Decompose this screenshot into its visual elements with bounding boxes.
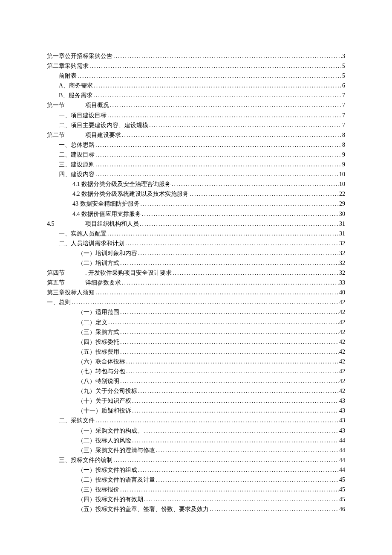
toc-entry-label: 一、总则 <box>47 297 71 307</box>
toc-entry-label: 项目组织机构和人员 <box>85 219 139 229</box>
toc-entry: （三）采购文件的澄清与修改44 <box>47 445 345 455</box>
toc-leader-dots <box>95 150 342 160</box>
toc-entry: （五）投标文件的盖章、签署、份数、要求及效力46 <box>47 504 345 514</box>
toc-entry-label: 项目建设要求 <box>85 130 121 140</box>
toc-entry-label: 四、建设内容 <box>59 169 95 179</box>
toc-page-number: 7 <box>342 90 345 100</box>
toc-entry-label: 二、建设目标 <box>59 150 95 160</box>
toc-page-number: 9 <box>342 150 345 160</box>
toc-entry-label: A、商务需求 <box>59 81 93 90</box>
toc-page-number: 8 <box>342 140 345 150</box>
toc-leader-dots <box>95 140 342 150</box>
toc-leader-dots <box>95 169 339 179</box>
toc-section-prefix: 第四节 <box>47 268 85 278</box>
toc-entry-label: （六）联合体投标 <box>78 357 125 366</box>
toc-leader-dots <box>143 494 339 504</box>
toc-entry: 一、总体思路8 <box>47 140 345 150</box>
toc-entry-label: （二）投标人的风险 <box>78 436 131 445</box>
toc-entry: （一）培训对象和内容32 <box>47 248 345 258</box>
toc-leader-dots <box>119 258 339 268</box>
toc-page-number: 5 <box>342 61 345 71</box>
toc-page-number: 43 <box>339 416 345 425</box>
toc-page-number: 42 <box>339 366 345 376</box>
toc-entry-label: . 开发软件采购项目安全设计要求 <box>85 268 172 278</box>
toc-entry: 第二节项目建设要求8 <box>47 130 345 140</box>
toc-entry: （三）投标报价45 <box>47 485 345 494</box>
toc-page-number: 32 <box>339 258 345 268</box>
toc-page-number: 7 <box>342 100 345 110</box>
toc-entry: 二、采购文件43 <box>47 416 345 425</box>
toc-page-number: 6 <box>342 81 345 90</box>
toc-entry: （九）关于分公司投标42 <box>47 386 345 396</box>
toc-entry: （十一）质疑和投诉43 <box>47 406 345 416</box>
toc-page-number: 7 <box>342 110 345 120</box>
toc-page-number: 44 <box>339 455 345 465</box>
toc-entry: 一、实施人员配置31 <box>47 229 345 238</box>
toc-entry-label: 详细参数要求 <box>85 278 121 288</box>
toc-entry: （三）采购方式42 <box>47 327 345 337</box>
toc-leader-dots <box>139 219 339 229</box>
toc-page-number: 30 <box>339 209 345 219</box>
toc-entry-label: （十一）质疑和投诉 <box>78 406 131 416</box>
toc-page-number: 43 <box>339 396 345 406</box>
toc-page-number: 7 <box>342 120 345 130</box>
toc-entry: 4.1 数据分类分级及安全治理咨询服务10 <box>47 179 345 189</box>
toc-entry-label: （二）培训方式 <box>78 258 119 268</box>
toc-leader-dots <box>131 406 339 416</box>
toc-entry: 二、人员培训需求和计划32 <box>47 238 345 248</box>
toc-page-number: 43 <box>339 406 345 416</box>
toc-entry-label: （二）投标文件的语言及计量 <box>78 475 155 485</box>
toc-leader-dots <box>137 386 339 396</box>
toc-leader-dots <box>93 81 342 90</box>
toc-entry-label: 4.4 数据价值应用支撑服务 <box>72 209 141 219</box>
toc-leader-dots <box>121 130 342 140</box>
toc-leader-dots <box>148 120 342 130</box>
toc-leader-dots <box>131 396 339 406</box>
toc-entry-label: 一、总体思路 <box>59 140 95 150</box>
toc-entry: 二、项目主要建设内容、建设规模7 <box>47 120 345 130</box>
toc-page-number: 45 <box>339 494 345 504</box>
toc-entry: A、商务需求6 <box>47 81 345 90</box>
toc-page-number: 42 <box>339 376 345 386</box>
toc-entry-label: 4.2 数据分类分级系统建设以及技术实施服务 <box>72 189 189 199</box>
toc-entry: （二）定义42 <box>47 317 345 327</box>
toc-section-prefix: 4.5 <box>47 219 85 229</box>
toc-entry-label: （十）关于知识产权 <box>78 396 131 406</box>
toc-entry: B、服务需求7 <box>47 90 345 100</box>
toc-leader-dots <box>171 179 339 189</box>
toc-leader-dots <box>137 465 339 475</box>
toc-leader-dots <box>125 366 339 376</box>
toc-entry: （二）培训方式32 <box>47 258 345 268</box>
toc-section-prefix: 第五节 <box>47 278 85 288</box>
toc-leader-dots <box>112 455 339 465</box>
toc-entry-label: 4.1 数据分类分级及安全治理咨询服务 <box>72 179 171 189</box>
toc-leader-dots <box>143 426 339 436</box>
toc-entry-label: 第二章采购需求 <box>47 61 89 71</box>
toc-entry-label: 前附表 <box>59 71 77 81</box>
toc-entry: 第一章公开招标采购公告3 <box>47 51 345 61</box>
toc-entry: 第一节项目概况7 <box>47 100 345 110</box>
toc-leader-dots <box>125 357 339 366</box>
toc-page-number: 46 <box>339 504 345 514</box>
toc-leader-dots <box>155 445 339 455</box>
toc-page-number: 45 <box>339 485 345 494</box>
table-of-contents: 第一章公开招标采购公告3第二章采购需求5前附表5A、商务需求6B、服务需求7第一… <box>47 51 345 514</box>
toc-leader-dots <box>119 485 339 494</box>
toc-entry: （二）投标文件的语言及计量45 <box>47 475 345 485</box>
toc-entry: （七）转包与分包42 <box>47 366 345 376</box>
toc-entry-label: （三）采购文件的澄清与修改 <box>78 445 155 455</box>
toc-entry-label: （三）投标报价 <box>78 485 119 494</box>
toc-leader-dots <box>107 317 339 327</box>
toc-entry-label: 二、人员培训需求和计划 <box>59 238 124 248</box>
toc-entry: 43 数据安全精细防护服务29 <box>47 199 345 209</box>
toc-page-number: 32 <box>339 238 345 248</box>
toc-leader-dots <box>119 347 339 357</box>
toc-page-number: 42 <box>339 317 345 327</box>
toc-leader-dots <box>189 189 339 199</box>
toc-page-number: 42 <box>339 307 345 317</box>
toc-leader-dots <box>89 61 342 71</box>
toc-leader-dots <box>155 475 339 485</box>
toc-entry-label: （五）投标文件的盖章、签署、份数、要求及效力 <box>78 504 209 514</box>
toc-page-number: 42 <box>339 386 345 396</box>
toc-entry: （十）关于知识产权43 <box>47 396 345 406</box>
